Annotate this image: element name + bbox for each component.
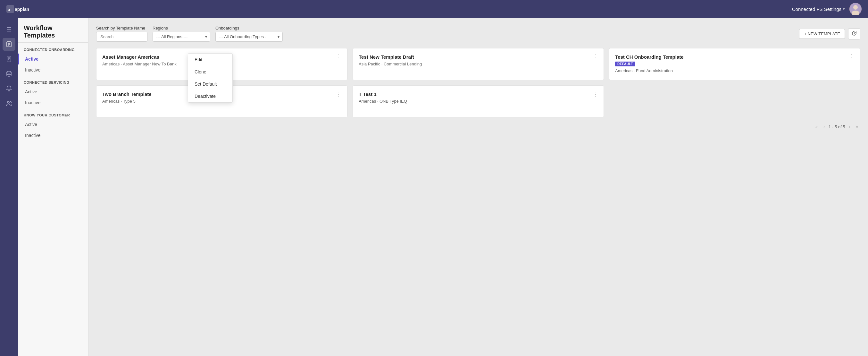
search-label: Search by Template Name	[96, 26, 148, 30]
card4-menu-button[interactable]: ⋮	[335, 90, 343, 98]
card-test-new-template: Test New Template Draft Asia Pacific · C…	[352, 48, 604, 80]
sidebar-item-servicing-active[interactable]: Active	[18, 86, 88, 97]
sidebar-item-kyc-active-label: Active	[25, 122, 37, 127]
pagination: « ‹ 1 - 5 of 5 › »	[96, 124, 860, 130]
onboardings-select[interactable]: --- All Onboarding Types -	[215, 32, 283, 42]
default-badge: DEFAULT	[615, 62, 635, 66]
svg-point-16	[10, 102, 11, 103]
card2-menu-button[interactable]: ⋮	[591, 53, 599, 61]
history-icon	[851, 31, 857, 36]
sidebar-item-onboarding-inactive-label: Inactive	[25, 67, 40, 72]
sidebar-item-kyc-inactive[interactable]: Inactive	[18, 130, 88, 141]
card-t-test-1: T Test 1 Americas · ONB Type IEQ ⋮	[352, 85, 604, 117]
dropdown-edit[interactable]: Edit	[188, 54, 232, 66]
dropdown-deactivate[interactable]: Deactivate	[188, 90, 232, 102]
icon-bar: ☰	[0, 18, 18, 356]
card2-title: Test New Template Draft	[359, 54, 598, 60]
card3-menu-button[interactable]: ⋮	[848, 53, 856, 61]
regions-select[interactable]: --- All Regions ---	[153, 32, 210, 42]
context-dropdown-menu: Edit Clone Set Default Deactivate	[188, 53, 233, 102]
icon-bar-clipboard[interactable]	[3, 38, 16, 51]
sidebar-section-kyc: KNOW YOUR CUSTOMER	[18, 108, 88, 119]
filter-right-actions: + NEW TEMPLATE	[799, 28, 860, 39]
svg-text:appian: appian	[15, 7, 29, 12]
card3-subtitle: Americas · Fund Administration	[615, 68, 854, 73]
svg-point-14	[7, 71, 11, 73]
onboardings-filter-wrap: Onboardings --- All Onboarding Types -	[215, 26, 283, 42]
sidebar-item-onboarding-inactive[interactable]: Inactive	[18, 64, 88, 76]
pagination-prev[interactable]: ‹	[822, 124, 827, 130]
card3-title: Test CH Onboarding Template	[615, 54, 684, 60]
sidebar-item-onboarding-active-label: Active	[25, 56, 38, 62]
svg-rect-10	[7, 56, 11, 62]
sidebar: Workflow Templates CONNECTED ONBOARDING …	[18, 18, 89, 356]
search-filter-wrap: Search by Template Name	[96, 26, 148, 42]
dropdown-clone[interactable]: Clone	[188, 66, 232, 78]
regions-select-wrap: --- All Regions ---	[153, 32, 210, 42]
sidebar-item-onboarding-active[interactable]: Active	[18, 54, 88, 64]
regions-filter-wrap: Regions --- All Regions ---	[153, 26, 210, 42]
svg-text:a: a	[8, 7, 10, 12]
top-nav: a appian Connected FS Settings ▾	[0, 0, 868, 18]
sidebar-item-servicing-inactive[interactable]: Inactive	[18, 97, 88, 108]
card-test-ch-onboarding: Test CH Onboarding Template DEFAULT Amer…	[609, 48, 860, 80]
sidebar-title: Workflow Templates	[18, 18, 88, 43]
card1-menu-button[interactable]: ⋮	[335, 53, 343, 61]
pagination-first[interactable]: «	[813, 124, 819, 130]
history-button[interactable]	[848, 28, 860, 39]
card2-subtitle: Asia Pacific · Commercial Lending	[359, 62, 598, 66]
app-logo[interactable]: a appian	[6, 4, 32, 13]
icon-bar-menu[interactable]: ☰	[3, 23, 16, 36]
icon-bar-database[interactable]	[3, 67, 16, 80]
app-title-text: Connected FS Settings	[792, 6, 841, 12]
pagination-next[interactable]: ›	[847, 124, 852, 130]
card3-title-row: Test CH Onboarding Template	[615, 54, 854, 60]
sidebar-item-kyc-active[interactable]: Active	[18, 119, 88, 130]
regions-label: Regions	[153, 26, 210, 30]
svg-point-15	[7, 101, 9, 103]
pagination-range: 1 - 5 of 5	[829, 124, 845, 129]
onboardings-label: Onboardings	[215, 26, 283, 30]
sidebar-section-connected-servicing: CONNECTED SERVICING	[18, 76, 88, 86]
icon-bar-bell[interactable]	[3, 82, 16, 95]
main-content: Search by Template Name Regions --- All …	[89, 18, 868, 356]
app-title-chevron: ▾	[843, 7, 845, 11]
sidebar-item-kyc-inactive-label: Inactive	[25, 133, 40, 138]
new-template-button[interactable]: + NEW TEMPLATE	[799, 29, 845, 39]
card5-menu-button[interactable]: ⋮	[591, 90, 599, 98]
top-nav-right: Connected FS Settings ▾	[792, 3, 862, 15]
svg-point-4	[853, 5, 858, 10]
app-title-dropdown[interactable]: Connected FS Settings ▾	[792, 6, 845, 12]
icon-bar-document[interactable]	[3, 53, 16, 65]
pagination-last[interactable]: »	[854, 124, 860, 130]
icon-bar-users[interactable]	[3, 97, 16, 110]
filter-bar: Search by Template Name Regions --- All …	[96, 26, 860, 42]
card5-title: T Test 1	[359, 91, 598, 97]
card5-subtitle: Americas · ONB Type IEQ	[359, 99, 598, 103]
sidebar-item-servicing-active-label: Active	[25, 89, 37, 94]
onboardings-select-wrap: --- All Onboarding Types -	[215, 32, 283, 42]
dropdown-set-default[interactable]: Set Default	[188, 78, 232, 90]
sidebar-section-connected-onboarding: CONNECTED ONBOARDING	[18, 43, 88, 54]
search-input[interactable]	[96, 32, 148, 42]
avatar[interactable]	[849, 3, 862, 15]
sidebar-item-servicing-inactive-label: Inactive	[25, 100, 40, 105]
